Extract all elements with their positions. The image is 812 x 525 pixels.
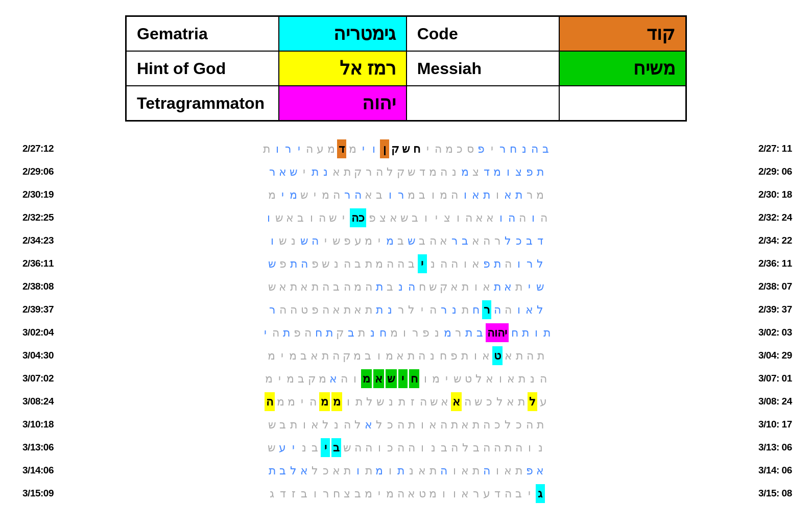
right-label-16: 3/15: 08 xyxy=(758,486,812,501)
row-content-3: מ י מ ש י מ ה ר ה א ב ו ר מ ב ו מ ה ו א xyxy=(54,186,758,204)
grid-row-15: 3/14:06 ת ב ל א ל כ א ת ו ת מ ו ת נ א ת … xyxy=(0,460,812,482)
messiah-label: Messiah xyxy=(407,51,559,86)
row-content-5: ו ש נ ש ה י ש פ ע מ י מ ב ש ב ה א ר ב א xyxy=(54,232,758,250)
gematria-hebrew: גימטריה xyxy=(279,16,406,52)
messiah-hebrew: משיח xyxy=(559,51,686,86)
grid-row-10: 3/04:30 מ י מ ב א ת ה ק מ ב ו מ א ת ה נ … xyxy=(0,345,812,367)
row-content-8: ר ה ה ט פ ה א ת א ת ת נ ר ל י ה ר נ ת ח xyxy=(54,300,758,319)
chars-13: ש ב ת ו א ל נ ה ל א ל כ ה ת ו א ה ת א ת xyxy=(268,416,545,434)
grid-row-6: 2/36:11 ש פ ת ה פ ש נ ה ב ת מ ה ה ב י נ … xyxy=(0,253,812,275)
left-label-7: 2/38:08 xyxy=(0,279,54,294)
right-label-10: 3/04: 29 xyxy=(758,348,812,363)
grid-row-2: 2/29:06 ר א ש י ת נ א ת ק ר ה ל ק ש ד מ … xyxy=(0,161,812,183)
grid-row-9: 3/02:04 י ה ת פ ה ח ת ק ב ת נ ח מ ו ר פ … xyxy=(0,322,812,344)
left-label-12: 3/08:24 xyxy=(0,394,54,409)
code-label: Code xyxy=(407,16,559,52)
right-label-3: 2/30: 18 xyxy=(758,187,812,202)
tetra-hebrew: יהוה xyxy=(279,86,406,121)
gematria-label: Gematria xyxy=(126,16,279,52)
chars-3: מ י מ ש י מ ה ר ה א ב ו ר מ ב ו מ ה ו א xyxy=(268,186,545,204)
right-label-13: 3/10: 17 xyxy=(758,417,812,432)
right-label-5: 2/34: 22 xyxy=(758,233,812,248)
right-label-15: 3/14: 06 xyxy=(758,463,812,478)
chars-5: ו ש נ ש ה י ש פ ע מ י מ ב ש ב ה א ר ב א xyxy=(268,232,545,250)
row-content-12: ה מ מ י ה מ מ ו ת ל ש נ ת ז ה ש א א ה ש xyxy=(54,392,758,411)
right-label-7: 2/38: 07 xyxy=(758,279,812,294)
grid-row-1: 2/27:12 ת ו ר י ה ע מ ד מ י ו ן ק ש ח י … xyxy=(0,138,812,160)
left-label-9: 3/02:04 xyxy=(0,325,54,340)
hint-hebrew: רמז אל xyxy=(279,51,406,86)
row-content-2: ר א ש י ת נ א ת ק ר ה ל ק ש ד מ ה נ מ צ xyxy=(54,163,758,181)
left-label-16: 3/15:09 xyxy=(0,486,54,501)
chars-12: ה מ מ י ה מ מ ו ת ל ש נ ת ז ה ש א א ה ש xyxy=(265,392,548,411)
row-content-7: ש א ת א ת ה ב ה מ ה ת ב נ ה ח ש ק א ת ו xyxy=(54,278,758,296)
left-label-2: 2/29:06 xyxy=(0,164,54,179)
right-label-2: 2/29: 06 xyxy=(758,164,812,179)
left-label-15: 3/14:06 xyxy=(0,463,54,478)
left-label-10: 3/04:30 xyxy=(0,348,54,363)
chars-6: ש פ ת ה פ ש נ ה ב ת מ ה ה ב י נ ה ה ו א xyxy=(268,254,545,273)
grid-row-5: 2/34:23 ו ש נ ש ה י ש פ ע מ י מ ב ש ב ה … xyxy=(0,230,812,252)
right-label-6: 2/36: 11 xyxy=(758,256,812,271)
right-label-1: 2/27: 11 xyxy=(758,141,812,156)
row-content-15: ת ב ל א ל כ א ת ו ת מ ו ת נ א ת ה ו א ת xyxy=(54,462,758,480)
gematria-table: Gematria גימטריה Code קוד Hint of God רמ… xyxy=(125,15,687,122)
grid-row-3: 2/30:19 מ י מ ש י מ ה ר ה א ב ו ר מ ב ו … xyxy=(0,184,812,206)
right-label-9: 3/02: 03 xyxy=(758,325,812,340)
row-content-14: ש ע י נ ב י ב ש ה ה ו כ ה ה ו נ ב ה ל ב xyxy=(54,438,758,457)
left-label-3: 2/30:19 xyxy=(0,187,54,202)
row-content-16: ג ד ז ב ו ר ח צ ב מ י מ ה א ט מ ו ו א ר xyxy=(54,484,758,503)
table-row: Hint of God רמז אל Messiah משיח xyxy=(126,51,686,86)
hint-label: Hint of God xyxy=(126,51,279,86)
chars-9: י ה ת פ ה ח ת ק ב ת נ ח מ ו ר פ נ מ ר ת xyxy=(260,323,552,342)
left-label-14: 3/13:06 xyxy=(0,440,54,455)
left-label-4: 2/32:25 xyxy=(0,210,54,225)
left-label-5: 2/34:23 xyxy=(0,233,54,248)
grid-row-13: 3/10:18 ש ב ת ו א ל נ ה ל א ל כ ה ת ו א … xyxy=(0,414,812,436)
grid-row-7: 2/38:08 ש א ת א ת ה ב ה מ ה ת ב נ ה ח ש … xyxy=(0,276,812,298)
grid-row-12: 3/08:24 ה מ מ י ה מ מ ו ת ל ש נ ת ז ה ש … xyxy=(0,391,812,413)
chars-15: ת ב ל א ל כ א ת ו ת מ ו ת נ א ת ה ו א ת xyxy=(268,462,545,480)
row-content-6: ש פ ת ה פ ש נ ה ב ת מ ה ה ב י נ ה ה ו א xyxy=(54,254,758,273)
empty-hebrew xyxy=(559,86,686,121)
chars-16: ג ד ז ב ו ר ח צ ב מ י מ ה א ט מ ו ו א ר xyxy=(268,484,545,503)
grid-row-14: 3/13:06 ש ע י נ ב י ב ש ה ה ו כ ה ה ו נ … xyxy=(0,437,812,459)
left-label-13: 3/10:18 xyxy=(0,417,54,432)
row-content-13: ש ב ת ו א ל נ ה ל א ל כ ה ת ו א ה ת א ת xyxy=(54,416,758,434)
grid-row-8: 2/39:37 ר ה ה ט פ ה א ת א ת ת נ ר ל י ה … xyxy=(0,299,812,321)
left-label-11: 3/07:02 xyxy=(0,371,54,386)
left-label-6: 2/36:11 xyxy=(0,256,54,271)
table-section: Gematria גימטריה Code קוד Hint of God רמ… xyxy=(0,0,812,132)
row-content-4: ו ש א ב ו ה ש י כה פ צ א ש ב ו י צ ו ה א xyxy=(54,208,758,227)
right-label-14: 3/13: 06 xyxy=(758,440,812,455)
row-content-9: י ה ת פ ה ח ת ק ב ת נ ח מ ו ר פ נ מ ר ת xyxy=(54,323,758,342)
right-label-11: 3/07: 01 xyxy=(758,371,812,386)
grid-row-4: 2/32:25 ו ש א ב ו ה ש י כה פ צ א ש ב ו י… xyxy=(0,207,812,229)
row-content-10: מ י מ ב א ת ה ק מ ב ו מ א ת ה נ ח פ ת ו xyxy=(54,346,758,365)
row-content-1: ת ו ר י ה ע מ ד מ י ו ן ק ש ח י ה מ כ ס xyxy=(54,139,758,158)
chars-4: ו ש א ב ו ה ש י כה פ צ א ש ב ו י צ ו ה א xyxy=(264,208,548,227)
left-label-8: 2/39:37 xyxy=(0,302,54,317)
code-hebrew: קוד xyxy=(559,16,686,52)
chars-14: ש ע י נ ב י ב ש ה ה ו כ ה ה ו נ ב ה ל ב xyxy=(267,438,545,457)
table-row: Tetragrammaton יהוה xyxy=(126,86,686,121)
right-label-4: 2/32: 24 xyxy=(758,210,812,225)
left-label-1: 2/27:12 xyxy=(0,141,54,156)
right-label-8: 2/39: 37 xyxy=(758,302,812,317)
right-label-12: 3/08: 24 xyxy=(758,394,812,409)
text-grid: 2/27:12 ת ו ר י ה ע מ ד מ י ו ן ק ש ח י … xyxy=(0,132,812,511)
chars-11: מ י מ ב ק מ א ה ו מ א ש י ח ו מ י ש ט ל xyxy=(265,369,548,388)
tetra-label: Tetragrammaton xyxy=(126,86,279,121)
chars-7: ש א ת א ת ה ב ה מ ה ת ב נ ה ח ש ק א ת ו xyxy=(268,278,545,296)
table-row: Gematria גימטריה Code קוד xyxy=(126,16,686,52)
row-content-11: מ י מ ב ק מ א ה ו מ א ש י ח ו מ י ש ט ל xyxy=(54,369,758,388)
chars-2: ר א ש י ת נ א ת ק ר ה ל ק ש ד מ ה נ מ צ xyxy=(268,163,545,181)
chars-1: ת ו ר י ה ע מ ד מ י ו ן ק ש ח י ה מ כ ס xyxy=(262,139,550,158)
grid-row-11: 3/07:02 מ י מ ב ק מ א ה ו מ א ש י ח ו מ … xyxy=(0,368,812,390)
chars-10: מ י מ ב א ת ה ק מ ב ו מ א ת ה נ ח פ ת ו xyxy=(267,346,545,365)
grid-row-16: 3/15:09 ג ד ז ב ו ר ח צ ב מ י מ ה א ט מ … xyxy=(0,483,812,505)
empty-label xyxy=(407,86,559,121)
chars-8: ר ה ה ט פ ה א ת א ת ת נ ר ל י ה ר נ ת ח xyxy=(268,300,545,319)
